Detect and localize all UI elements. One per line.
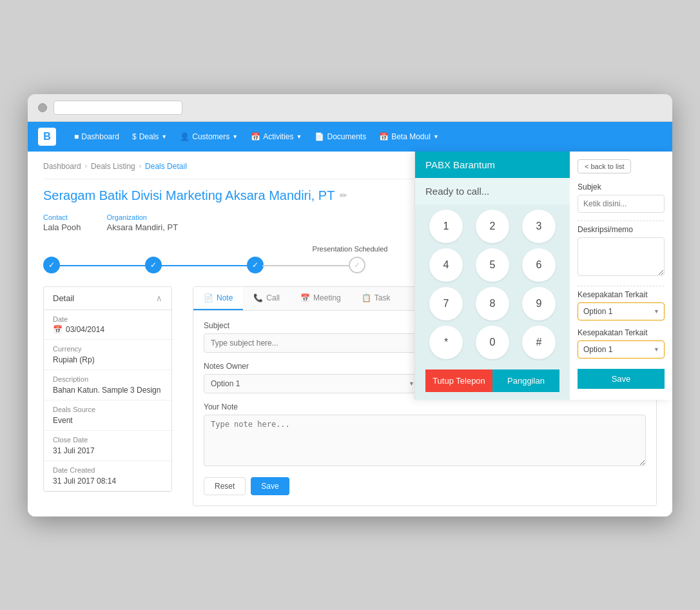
pabx-status: Ready to call... bbox=[415, 178, 570, 204]
activities-icon: 📅 bbox=[251, 132, 260, 141]
pabx-kesepakatan1-group: Kesepakatan Terkait Option 1 Option 2 bbox=[578, 290, 665, 320]
browser-window: B ■ Dashboard $ Deals ▼ 👤 Customers ▼ � bbox=[28, 94, 672, 517]
nav-item-beta[interactable]: 📅 Beta Modul ▼ bbox=[374, 130, 444, 144]
dial-star[interactable]: * bbox=[429, 326, 463, 359]
customers-caret-icon: ▼ bbox=[232, 133, 238, 140]
detail-date-created: Date Created 31 Juli 2017 08:14 bbox=[44, 461, 171, 491]
breadcrumb-deals-listing[interactable]: Deals Listing bbox=[91, 162, 135, 171]
pipeline-line-2 bbox=[160, 265, 248, 266]
pipeline-stage-3: ✓ bbox=[247, 257, 264, 273]
nav-item-documents[interactable]: 📄 Documents bbox=[309, 130, 371, 144]
dial-6[interactable]: 6 bbox=[522, 248, 556, 282]
dial-5[interactable]: 5 bbox=[476, 248, 509, 282]
breadcrumb-dashboard[interactable]: Dashboard bbox=[43, 162, 81, 171]
pipeline-circle-1: ✓ bbox=[43, 257, 60, 273]
detail-close-date: Close Date 31 Juli 2017 bbox=[44, 431, 171, 461]
pabx-kesepakatan1-select[interactable]: Option 1 Option 2 bbox=[578, 302, 665, 320]
dial-2[interactable]: 2 bbox=[476, 210, 509, 243]
pabx-dialer: PABX Barantum Ready to call... 1 2 3 4 5… bbox=[415, 152, 570, 400]
detail-panel-header: Detail ∧ bbox=[44, 287, 171, 310]
save-note-button[interactable]: Save bbox=[251, 477, 289, 495]
detail-deals-source: Deals Source Event bbox=[44, 400, 171, 431]
your-note-textarea[interactable] bbox=[204, 415, 646, 466]
org-meta: Organization Aksara Mandiri, PT bbox=[107, 213, 179, 232]
browser-titlebar bbox=[28, 94, 672, 122]
pabx-kesepakatan2-select[interactable]: Option 1 Option 2 bbox=[578, 340, 665, 359]
pabx-header: PABX Barantum bbox=[415, 152, 570, 178]
beta-caret-icon: ▼ bbox=[433, 133, 439, 140]
edit-deal-icon[interactable]: ✏ bbox=[340, 190, 347, 201]
tab-task[interactable]: 📋 Task bbox=[351, 287, 401, 310]
nav-logo: B bbox=[38, 128, 56, 146]
pabx-divider2 bbox=[578, 286, 665, 286]
tutup-telepon-button[interactable]: Tutup Telepon bbox=[425, 369, 492, 392]
pabx-save-button[interactable]: Save bbox=[578, 369, 665, 389]
tab-note[interactable]: 📄 Note bbox=[193, 287, 243, 310]
pipeline-stage-2: ✓ bbox=[145, 257, 162, 273]
deals-caret-icon: ▼ bbox=[161, 133, 167, 140]
browser-addressbar[interactable] bbox=[53, 101, 182, 115]
pabx-right: < back to list Subjek Deskripsi/memo Kes… bbox=[570, 152, 672, 400]
pipeline-circle-2: ✓ bbox=[145, 257, 162, 273]
reset-button[interactable]: Reset bbox=[204, 477, 246, 495]
dial-3[interactable]: 3 bbox=[522, 210, 556, 243]
dial-4[interactable]: 4 bbox=[429, 248, 463, 282]
pipeline-stage-4: ✓ bbox=[349, 257, 365, 273]
pabx-kesepakatan1-wrapper: Option 1 Option 2 bbox=[578, 302, 665, 320]
nav-item-dashboard[interactable]: ■ Dashboard bbox=[69, 130, 124, 144]
nav-item-deals[interactable]: $ Deals ▼ bbox=[127, 130, 172, 144]
tab-meeting[interactable]: 📅 Meeting bbox=[290, 287, 351, 310]
main-content: Dashboard › Deals Listing › Deals Detail… bbox=[28, 152, 672, 517]
call-tab-icon: 📞 bbox=[253, 293, 263, 302]
detail-currency: Currency Rupiah (Rp) bbox=[44, 340, 171, 370]
dashboard-icon: ■ bbox=[74, 132, 79, 141]
meeting-tab-icon: 📅 bbox=[300, 293, 310, 302]
pabx-subjek-input[interactable] bbox=[578, 195, 665, 213]
pabx-kesepakatan2-group: Kesepakatan Terkait Option 1 Option 2 bbox=[578, 328, 665, 359]
your-note-group: Your Note bbox=[204, 402, 646, 468]
note-tab-icon: 📄 bbox=[204, 293, 213, 302]
breadcrumb-sep2: › bbox=[139, 162, 141, 170]
notes-owner-select[interactable]: Option 1 Option 2 Option 3 bbox=[204, 374, 420, 393]
detail-panel: Detail ∧ Date 📅 03/04/2014 Currency bbox=[43, 286, 172, 492]
calendar-icon: 📅 bbox=[53, 325, 63, 334]
task-tab-icon: 📋 bbox=[362, 293, 371, 302]
detail-description: Description Bahan Katun. Sample 3 Design bbox=[44, 370, 171, 400]
collapse-icon[interactable]: ∧ bbox=[156, 293, 162, 303]
beta-icon: 📅 bbox=[379, 132, 389, 141]
pipeline-stage-1: ✓ bbox=[43, 257, 60, 273]
pipeline-circle-4: ✓ bbox=[349, 257, 365, 273]
browser-close-btn[interactable] bbox=[38, 103, 47, 112]
form-actions: Reset Save bbox=[204, 477, 646, 495]
app-container: B ■ Dashboard $ Deals ▼ 👤 Customers ▼ � bbox=[28, 122, 672, 517]
pabx-deskripsi-textarea[interactable] bbox=[578, 237, 665, 276]
pipeline-line-1 bbox=[59, 265, 146, 266]
detail-date: Date 📅 03/04/2014 bbox=[44, 310, 171, 340]
dial-hash[interactable]: # bbox=[522, 326, 556, 359]
dial-1[interactable]: 1 bbox=[429, 210, 463, 243]
nav-item-activities[interactable]: 📅 Activities ▼ bbox=[246, 130, 307, 144]
pabx-deskripsi-group: Deskripsi/memo bbox=[578, 225, 665, 278]
breadcrumb-deals-detail: Deals Detail bbox=[145, 162, 187, 171]
dial-8[interactable]: 8 bbox=[476, 287, 509, 320]
back-to-list-button[interactable]: < back to list bbox=[578, 159, 631, 173]
nav-item-customers[interactable]: 👤 Customers ▼ bbox=[175, 130, 243, 144]
panggilan-button[interactable]: Panggilan bbox=[492, 369, 559, 392]
pabx-panel: PABX Barantum Ready to call... 1 2 3 4 5… bbox=[414, 152, 672, 400]
top-nav: B ■ Dashboard $ Deals ▼ 👤 Customers ▼ � bbox=[28, 122, 672, 152]
dial-grid: 1 2 3 4 5 6 7 8 9 * 0 # bbox=[415, 204, 570, 364]
dial-7[interactable]: 7 bbox=[429, 287, 463, 320]
deals-icon: $ bbox=[132, 132, 137, 141]
pabx-divider1 bbox=[578, 221, 665, 221]
pipeline-line-3 bbox=[262, 265, 350, 266]
tab-call[interactable]: 📞 Call bbox=[243, 287, 290, 310]
contact-meta: Contact Lala Pooh bbox=[43, 213, 81, 232]
nav-items: ■ Dashboard $ Deals ▼ 👤 Customers ▼ 📅 Ac… bbox=[69, 130, 444, 144]
pabx-subjek-group: Subjek bbox=[578, 182, 665, 213]
dial-9[interactable]: 9 bbox=[522, 287, 556, 320]
breadcrumb-sep1: › bbox=[85, 162, 87, 170]
dial-0[interactable]: 0 bbox=[476, 326, 509, 359]
activities-caret-icon: ▼ bbox=[297, 133, 302, 140]
pabx-kesepakatan2-wrapper: Option 1 Option 2 bbox=[578, 340, 665, 359]
pabx-footer: Tutup Telepon Panggilan bbox=[415, 364, 570, 400]
